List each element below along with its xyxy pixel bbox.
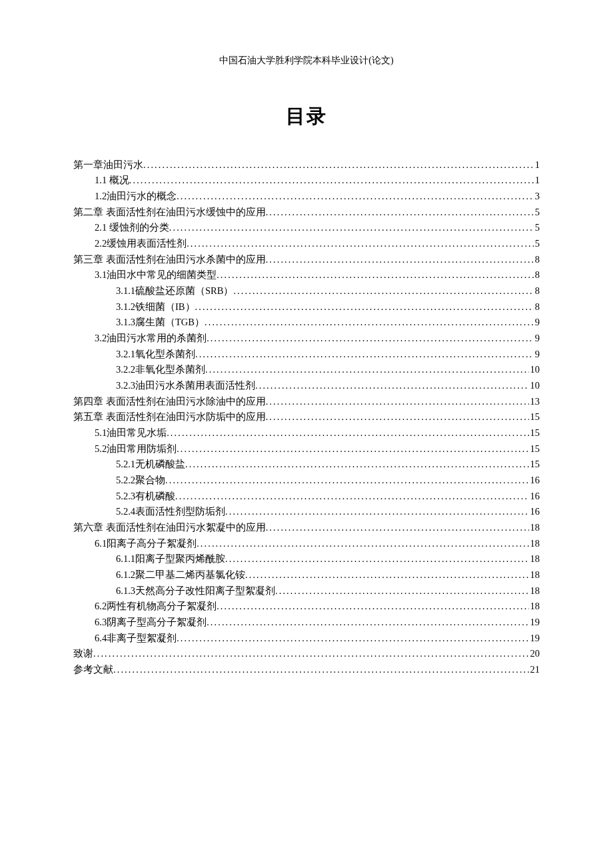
toc-entry-page: 3 [534, 189, 540, 204]
toc-entry: 2.1 缓蚀剂的分类5 [73, 220, 540, 236]
toc-entry-page: 9 [534, 315, 540, 330]
toc-entry-text: 2.2缓蚀用表面活性剂 [95, 236, 187, 251]
toc-entry: 3.1.2铁细菌（IB）8 [73, 299, 540, 315]
toc-leader-dots [113, 663, 529, 678]
toc-title: 目录 [73, 101, 540, 132]
toc-entry-page: 16 [529, 489, 540, 504]
toc-entry-text: 6.1.2聚二甲基二烯丙基氯化铵 [116, 567, 245, 583]
toc-entry-text: 6.1.1阳离子型聚丙烯酰胺 [116, 551, 225, 567]
toc-entry-text: 3.2.3油田污水杀菌用表面活性剂 [116, 378, 255, 393]
toc-entry: 第六章 表面活性剂在油田污水絮凝中的应用18 [73, 520, 540, 536]
toc-leader-dots [165, 473, 529, 489]
toc-leader-dots [169, 221, 534, 236]
toc-entry-page: 9 [534, 347, 540, 362]
toc-entry-text: 1.1 概况 [95, 173, 129, 188]
toc-entry-text: 第一章油田污水 [73, 157, 143, 173]
toc-entry-page: 9 [534, 331, 540, 346]
toc-entry-page: 16 [529, 473, 540, 488]
toc-entry-page: 5 [534, 236, 540, 251]
toc-entry-page: 1 [534, 157, 540, 173]
toc-entry-page: 18 [529, 551, 540, 567]
toc-entry: 5.2.3有机磷酸16 [73, 489, 540, 505]
toc-entry: 1.1 概况1 [73, 173, 540, 189]
toc-entry-text: 5.2.2聚合物 [116, 473, 165, 488]
toc-leader-dots [266, 395, 529, 410]
toc-entry-text: 3.1油田水中常见的细菌类型 [95, 267, 217, 283]
toc-entry-text: 第三章 表面活性剂在油田污水杀菌中的应用 [73, 252, 266, 267]
toc-entry-text: 参考文献 [73, 662, 113, 677]
toc-entry-text: 第二章 表面活性剂在油田污水缓蚀中的应用 [73, 205, 266, 220]
toc-entry: 第二章 表面活性剂在油田污水缓蚀中的应用5 [73, 205, 540, 221]
toc-entry-page: 18 [529, 599, 540, 614]
toc-entry-text: 5.1油田常见水垢 [95, 425, 167, 441]
toc-leader-dots [177, 442, 528, 457]
toc-entry-page: 15 [529, 441, 540, 457]
toc-entry: 1.2油田污水的概念3 [73, 189, 540, 205]
toc-entry-text: 致谢 [73, 646, 93, 661]
toc-entry: 第四章 表面活性剂在油田污水除油中的应用13 [73, 394, 540, 410]
toc-entry-page: 13 [529, 394, 540, 409]
toc-entry: 5.1油田常见水垢15 [73, 425, 540, 441]
toc-entry: 第五章 表面活性剂在油田污水防垢中的应用15 [73, 409, 540, 425]
toc-leader-dots [197, 537, 528, 552]
toc-leader-dots [255, 379, 529, 394]
toc-leader-dots [217, 268, 534, 283]
toc-entry: 6.3阴离子型高分子絮凝剂19 [73, 615, 540, 631]
toc-entry-page: 8 [534, 252, 540, 267]
page-header: 中国石油大学胜利学院本科毕业设计(论文) [73, 53, 540, 69]
toc-leader-dots [143, 158, 534, 173]
toc-entry: 5.2油田常用防垢剂15 [73, 441, 540, 457]
toc-entry-page: 5 [534, 205, 540, 220]
toc-entry-page: 15 [529, 457, 540, 472]
toc-entry-text: 3.1.3腐生菌（TGB） [116, 315, 205, 330]
toc-leader-dots [175, 489, 529, 505]
toc-entry-text: 5.2.4表面活性剂型防垢剂 [116, 504, 225, 519]
toc-leader-dots [177, 189, 534, 205]
toc-leader-dots [187, 237, 534, 252]
toc-entry-page: 16 [529, 504, 540, 519]
toc-entry: 5.2.4表面活性剂型防垢剂16 [73, 504, 540, 520]
toc-entry-text: 3.2.1氧化型杀菌剂 [116, 347, 195, 362]
toc-leader-dots [275, 584, 529, 599]
toc-entry-page: 21 [529, 662, 540, 677]
toc-entry-text: 3.2油田污水常用的杀菌剂 [95, 331, 207, 346]
toc-entry: 3.1.1硫酸盐还原菌（SRB）8 [73, 283, 540, 299]
toc-leader-dots [225, 505, 529, 520]
toc-entry: 3.1油田水中常见的细菌类型8 [73, 267, 540, 283]
toc-entry-page: 18 [529, 520, 540, 535]
toc-entry: 3.2.3油田污水杀菌用表面活性剂10 [73, 378, 540, 394]
toc-entry: 致谢20 [73, 646, 540, 662]
toc-entry: 参考文献21 [73, 662, 540, 678]
toc-entry-text: 第四章 表面活性剂在油田污水除油中的应用 [73, 394, 266, 409]
toc-entry: 5.2.2聚合物16 [73, 473, 540, 489]
toc-entry-text: 5.2.3有机磷酸 [116, 489, 175, 504]
toc-entry-page: 1 [534, 173, 540, 188]
toc-leader-dots [167, 426, 528, 441]
toc-entry-page: 20 [529, 646, 540, 661]
toc-entry-text: 第五章 表面活性剂在油田污水防垢中的应用 [73, 409, 266, 425]
toc-entry: 3.2.2非氧化型杀菌剂10 [73, 362, 540, 378]
toc-entry-page: 15 [529, 409, 540, 425]
toc-leader-dots [185, 457, 529, 473]
toc-leader-dots [266, 410, 529, 425]
toc-entry-text: 6.3阴离子型高分子絮凝剂 [95, 615, 207, 630]
toc-leader-dots [205, 315, 534, 331]
toc-entry-page: 5 [534, 220, 540, 235]
toc-leader-dots [129, 173, 534, 189]
toc-entry: 6.4非离子型絮凝剂19 [73, 631, 540, 647]
toc-leader-dots [233, 284, 533, 299]
toc-leader-dots [93, 647, 529, 662]
toc-entry: 第一章油田污水1 [73, 157, 540, 173]
toc-entry-text: 3.2.2非氧化型杀菌剂 [116, 362, 205, 377]
toc-entry: 6.1阳离子高分子絮凝剂18 [73, 536, 540, 552]
toc-leader-dots [266, 521, 529, 536]
toc-leader-dots [217, 599, 528, 615]
toc-leader-dots [177, 631, 528, 647]
toc-entry-text: 6.1阳离子高分子絮凝剂 [95, 536, 197, 551]
toc-entry-page: 18 [529, 583, 540, 599]
toc-entry: 5.2.1无机磷酸盐15 [73, 457, 540, 473]
toc-entry-page: 10 [529, 362, 540, 377]
toc-entry: 6.1.2聚二甲基二烯丙基氯化铵18 [73, 567, 540, 583]
toc-entry-page: 19 [529, 631, 540, 646]
toc-entry-text: 6.1.3天然高分子改性阳离子型絮凝剂 [116, 583, 275, 599]
